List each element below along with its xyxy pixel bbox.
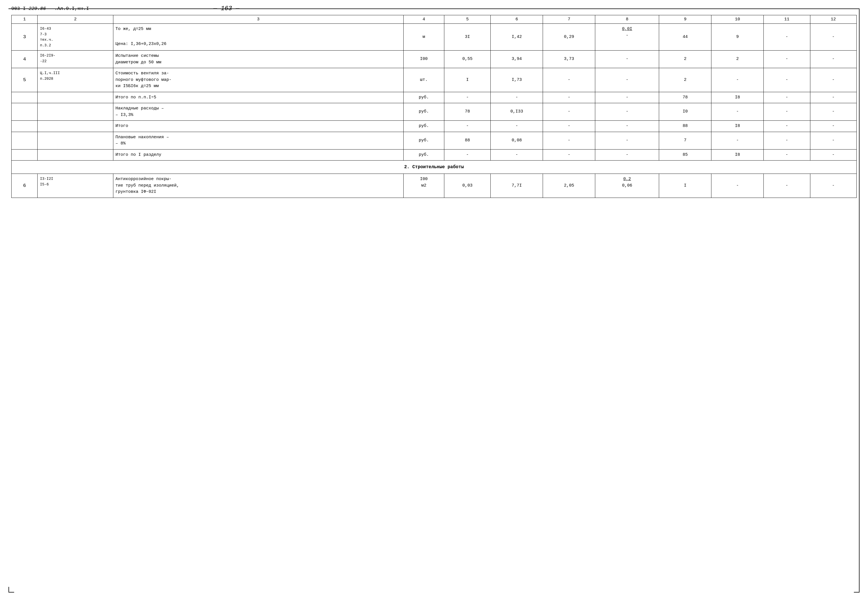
row-unit: м <box>404 24 444 50</box>
col-header-2: 2 <box>38 15 113 24</box>
table-header-row: 1 2 3 4 5 6 7 8 9 10 11 12 <box>12 15 857 24</box>
row-col12: - <box>810 24 856 50</box>
row-col7: - <box>543 132 595 149</box>
row-code-empty <box>38 103 113 121</box>
row-desc: Накладные расходы –– I3,3% <box>113 103 404 121</box>
col-header-9: 9 <box>659 15 711 24</box>
table-row-subtotal: Плановые накопления –– 8% руб. 88 0,08 -… <box>12 132 857 149</box>
page-header: 903-I-229.86 .Ал.9.I,кн.I — 163 — <box>0 0 868 15</box>
row-unit: I00м2 <box>404 174 444 198</box>
row-code-empty <box>38 132 113 149</box>
row-code: I6-2I9--22 <box>38 50 113 68</box>
col-header-6: 6 <box>491 15 543 24</box>
row-col11: - <box>764 50 810 68</box>
row-col10: - <box>711 174 764 198</box>
row-col9: 85 <box>659 149 711 160</box>
main-table: 1 2 3 4 5 6 7 8 9 10 11 12 3 I6-437-3тех… <box>11 15 857 198</box>
row-unit: руб. <box>404 121 444 132</box>
row-code-empty <box>38 149 113 160</box>
section-title: 2. Строительные работы <box>12 160 857 174</box>
col-header-11: 11 <box>764 15 810 24</box>
row-col8: - <box>595 50 659 68</box>
row-col7: 2,05 <box>543 174 595 198</box>
row-col7: - <box>543 149 595 160</box>
row-col6: I,42 <box>491 24 543 50</box>
col-header-7: 7 <box>543 15 595 24</box>
table-row: 4 I6-2I9--22 Испытание системыдиаметром … <box>12 50 857 68</box>
row-col5: - <box>444 121 490 132</box>
row-desc: Итого по I разделу <box>113 149 404 160</box>
row-code: I6-437-3тех.ч.п.3.2 <box>38 24 113 50</box>
row-code-empty <box>38 92 113 103</box>
row-col6: - <box>491 149 543 160</box>
table-row-subtotal: Итого руб. - - - - 88 I8 - - <box>12 121 857 132</box>
row-col10: I8 <box>711 92 764 103</box>
row-col12: - <box>810 103 856 121</box>
row-num-empty <box>12 132 38 149</box>
row-col11: - <box>764 103 810 121</box>
table-row: 6 I3-I2II5-6 Антикоррозийное покры-тие т… <box>12 174 857 198</box>
col-header-8: 8 <box>595 15 659 24</box>
table-row: 5 Ц.I,ч.IIIп.2028 Стоимость вентиля за-п… <box>12 68 857 92</box>
table-row-subtotal: Накладные расходы –– I3,3% руб. 78 0,I33… <box>12 103 857 121</box>
row-num-empty <box>12 103 38 121</box>
row-col5: - <box>444 149 490 160</box>
row-num: 6 <box>12 174 38 198</box>
row-unit: руб. <box>404 149 444 160</box>
table-row-subtotal: Итого по п.п.I÷5 руб. - - - - 78 I8 - - <box>12 92 857 103</box>
row-col7: - <box>543 121 595 132</box>
col-header-1: 1 <box>12 15 38 24</box>
row-col10: 2 <box>711 50 764 68</box>
row-col11: - <box>764 92 810 103</box>
row-col5: 3I <box>444 24 490 50</box>
row-col8: - <box>595 121 659 132</box>
col-header-10: 10 <box>711 15 764 24</box>
row-col6: 3,94 <box>491 50 543 68</box>
row-col11: - <box>764 132 810 149</box>
row-col8: - <box>595 68 659 92</box>
row-desc: Итого по п.п.I÷5 <box>113 92 404 103</box>
row-col7: - <box>543 92 595 103</box>
row-col9: 44 <box>659 24 711 50</box>
row-col6: 0,I33 <box>491 103 543 121</box>
table-row-subtotal: Итого по I разделу руб. - - - - 85 I8 - … <box>12 149 857 160</box>
row-col5: 88 <box>444 132 490 149</box>
row-desc: Плановые накопления –– 8% <box>113 132 404 149</box>
row-col11: - <box>764 174 810 198</box>
row-col12: - <box>810 50 856 68</box>
row-col7: - <box>543 103 595 121</box>
row-num-empty <box>12 149 38 160</box>
row-code: Ц.I,ч.IIIп.2028 <box>38 68 113 92</box>
row-col5: 78 <box>444 103 490 121</box>
row-unit: руб. <box>404 92 444 103</box>
row-col11: - <box>764 68 810 92</box>
row-col7: 3,73 <box>543 50 595 68</box>
row-col12: - <box>810 132 856 149</box>
row-col8: - <box>595 92 659 103</box>
row-col8: 0,0I- <box>595 24 659 50</box>
row-col10: - <box>711 132 764 149</box>
row-col12: - <box>810 92 856 103</box>
row-col9: 78 <box>659 92 711 103</box>
row-col6: - <box>491 121 543 132</box>
section-header-row: 2. Строительные работы <box>12 160 857 174</box>
row-col11: - <box>764 149 810 160</box>
row-col9: I <box>659 174 711 198</box>
row-col5: - <box>444 92 490 103</box>
row-col12: - <box>810 174 856 198</box>
row-col12: - <box>810 68 856 92</box>
row-col8: - <box>595 132 659 149</box>
row-col5: 0,55 <box>444 50 490 68</box>
row-col7: 0,29 <box>543 24 595 50</box>
row-num-empty <box>12 92 38 103</box>
row-desc: То же, д=25 мм Цена: I,36+0,23х0,26 <box>113 24 404 50</box>
row-col9: I0 <box>659 103 711 121</box>
row-desc: Итого <box>113 121 404 132</box>
row-col11: - <box>764 121 810 132</box>
row-col9: 2 <box>659 68 711 92</box>
row-col12: - <box>810 121 856 132</box>
row-col5: I <box>444 68 490 92</box>
row-col10: I8 <box>711 121 764 132</box>
row-unit: руб. <box>404 132 444 149</box>
row-col6: I,73 <box>491 68 543 92</box>
